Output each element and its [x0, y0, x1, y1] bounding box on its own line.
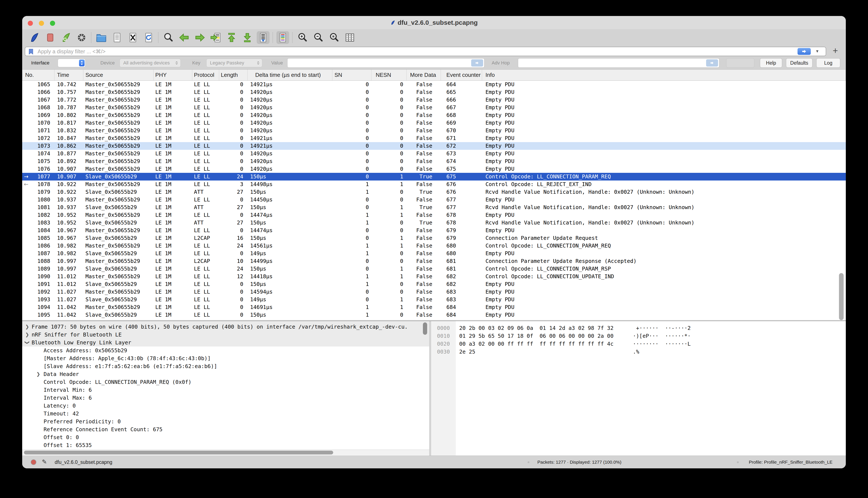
detail-tree-item[interactable]: ❯Frame 1077: 50 bytes on wire (400 bits)…	[22, 323, 429, 331]
packet-row[interactable]: 107110.832Master_0x50655b29LE 1MLE LL014…	[22, 127, 846, 134]
collapsed-chevron-icon[interactable]: ❯	[25, 323, 29, 331]
detail-tree-item[interactable]: ❯Bluetooth Low Energy Link Layer	[22, 339, 429, 346]
defaults-button[interactable]: Defaults	[786, 58, 813, 68]
extcap-blank-button[interactable]	[726, 58, 754, 68]
adv-hop-input[interactable]	[518, 58, 719, 68]
packet-list-scrollbar-thumb[interactable]	[839, 273, 844, 320]
capture-options-button[interactable]	[75, 31, 88, 44]
go-to-packet-button[interactable]	[209, 31, 222, 44]
hex-line[interactable]: 001001 29 5b 65 50 17 18 0f 06 00 06 00 …	[431, 332, 846, 340]
column-header-sn[interactable]: SN	[332, 69, 371, 80]
auto-scroll-button[interactable]	[257, 31, 270, 44]
packet-row[interactable]: 108010.937Master_0x50655b29LE 1MLE LL014…	[22, 196, 846, 204]
packet-row[interactable]: 106610.757Master_0x50655b29LE 1MLE LL014…	[22, 88, 846, 96]
value-input[interactable]	[287, 58, 484, 68]
detail-tree-item[interactable]: Latency: 0	[22, 402, 429, 410]
packet-row[interactable]: 106710.772Master_0x50655b29LE 1MLE LL014…	[22, 96, 846, 104]
packet-row[interactable]: 108110.937Slave_0x50655b29LE 1MATT27150µ…	[22, 204, 846, 211]
packet-row[interactable]: 109311.027Slave_0x50655b29LE 1MLE LL0149…	[22, 296, 846, 303]
filter-expression-caret-icon[interactable]: ▾	[816, 49, 818, 54]
column-header-length[interactable]: Length	[219, 69, 247, 80]
filter-bookmark-icon[interactable]	[28, 49, 34, 55]
packet-row[interactable]: 1078←10.922Master_0x50655b29LE 1MLE LL31…	[22, 181, 846, 188]
reload-file-button[interactable]	[142, 31, 155, 44]
hex-line[interactable]: 00302e 25.%	[431, 348, 846, 356]
zoom-in-button[interactable]	[296, 31, 309, 44]
expanded-chevron-icon[interactable]: ❯	[23, 341, 31, 344]
zoom-window-button[interactable]	[50, 21, 55, 26]
detail-tree-item[interactable]: Reference Connection Event Count: 675	[22, 425, 429, 433]
collapsed-chevron-icon[interactable]: ❯	[25, 331, 29, 339]
packet-row[interactable]: 109211.027Master_0x50655b29LE 1MLE LL014…	[22, 288, 846, 296]
interface-select[interactable]	[58, 59, 86, 67]
restart-capture-button[interactable]	[59, 31, 72, 44]
packet-row[interactable]: 107510.892Master_0x50655b29LE 1MLE LL014…	[22, 157, 846, 165]
packet-row[interactable]: 107310.862Master_0x50655b29LE 1MLE LL014…	[22, 142, 846, 150]
packet-row[interactable]: 108810.997Master_0x50655b29LE 1ML2CAP101…	[22, 257, 846, 265]
detail-hscrollbar[interactable]	[22, 449, 429, 455]
column-header-delta-time-s-end-to-start[interactable]: Delta time (µs end to start)	[247, 69, 332, 80]
packet-row[interactable]: 108910.997Slave_0x50655b29LE 1MLE LL2415…	[22, 265, 846, 273]
packet-row[interactable]: 109011.012Master_0x50655b29LE 1MLE LL121…	[22, 273, 846, 280]
help-button[interactable]: Help	[760, 58, 782, 68]
detail-tree-item[interactable]: Control Opcode: LL_CONNECTION_PARAM_REQ …	[22, 378, 429, 386]
detail-tree-item[interactable]: Interval Max: 6	[22, 394, 429, 402]
packet-row[interactable]: 109411.042Master_0x50655b29LE 1MLE LL014…	[22, 303, 846, 311]
close-window-button[interactable]	[28, 21, 33, 26]
detail-tree-item[interactable]: Access Address: 0x50655b29	[22, 346, 429, 354]
detail-tree-item[interactable]: Offset 0: 0	[22, 433, 429, 441]
start-capture-button[interactable]	[28, 31, 41, 44]
detail-tree-item[interactable]: [Slave Address: e1:7f:a5:62:ea:b6 (e1:7f…	[22, 362, 429, 370]
packet-row[interactable]: 107610.907Master_0x50655b29LE 1MLE LL014…	[22, 165, 846, 173]
packet-row[interactable]: 106910.802Master_0x50655b29LE 1MLE LL014…	[22, 112, 846, 119]
detail-tree-item[interactable]: Offset 1: 65535	[22, 441, 429, 449]
go-back-button[interactable]	[178, 31, 191, 44]
find-packet-button[interactable]	[162, 31, 175, 44]
capture-comment-icon[interactable]: ✎	[42, 458, 47, 466]
packet-row[interactable]: 107410.877Master_0x50655b29LE 1MLE LL014…	[22, 150, 846, 157]
expert-info-icon[interactable]	[31, 459, 36, 465]
packet-row[interactable]: 108210.952Master_0x50655b29LE 1MLE LL014…	[22, 211, 846, 219]
detail-tree-item[interactable]: ❯Data Header	[22, 370, 429, 378]
hex-line[interactable]: 002000 a3 02 00 00 ff ff ff ff ff ff ff …	[431, 340, 846, 348]
minimize-window-button[interactable]	[39, 21, 44, 26]
zoom-reset-button[interactable]	[328, 31, 341, 44]
packet-row[interactable]: 1077→10.907Slave_0x50655b29LE 1MLE LL241…	[22, 173, 846, 181]
go-to-bottom-button[interactable]	[241, 31, 254, 44]
packet-row[interactable]: 106810.787Master_0x50655b29LE 1MLE LL014…	[22, 104, 846, 112]
packet-row[interactable]: 108410.967Master_0x50655b29LE 1MLE LL014…	[22, 226, 846, 234]
detail-tree-item[interactable]: [Master Address: Apple_6c:43:0b (78:4f:4…	[22, 354, 429, 362]
column-header-phy[interactable]: PHY	[154, 69, 192, 80]
packet-row[interactable]: 108510.967Slave_0x50655b29LE 1ML2CAP1615…	[22, 234, 846, 242]
packet-row[interactable]: 108710.982Slave_0x50655b29LE 1MLE LL0149…	[22, 250, 846, 257]
key-select[interactable]: Legacy Passkey	[206, 59, 262, 67]
device-select[interactable]: All advertising devices	[119, 59, 181, 67]
stop-capture-button[interactable]	[43, 31, 56, 44]
zoom-out-button[interactable]	[312, 31, 325, 44]
packet-row[interactable]: 107210.847Master_0x50655b29LE 1MLE LL014…	[22, 134, 846, 142]
packet-row[interactable]: 107010.817Master_0x50655b29LE 1MLE LL014…	[22, 119, 846, 127]
collapsed-chevron-icon[interactable]: ❯	[36, 370, 40, 378]
log-button[interactable]: Log	[816, 58, 840, 68]
close-file-button[interactable]	[126, 31, 139, 44]
detail-tree-item[interactable]: ❯nRF Sniffer for Bluetooth LE	[22, 331, 429, 339]
detail-vscrollbar-thumb[interactable]	[423, 323, 427, 335]
packet-row[interactable]: 106510.742Master_0x50655b29LE 1MLE LL014…	[22, 81, 846, 88]
packet-row[interactable]: 108610.982Master_0x50655b29LE 1MLE LL241…	[22, 242, 846, 250]
go-to-top-button[interactable]	[225, 31, 238, 44]
packet-row[interactable]: 109111.012Slave_0x50655b29LE 1MLE LL0150…	[22, 280, 846, 288]
display-filter-input[interactable]: Apply a display filter ... <⌘/> ▾	[25, 47, 826, 56]
interface-stepper-icon[interactable]	[79, 60, 85, 66]
hex-line[interactable]: 000020 2b 00 03 02 09 06 0a 01 14 2d a3 …	[431, 324, 846, 332]
apply-filter-button[interactable]	[797, 48, 811, 55]
value-apply-icon[interactable]	[471, 59, 483, 67]
resize-columns-button[interactable]	[343, 31, 356, 44]
add-filter-button[interactable]: +	[830, 46, 841, 56]
detail-hscrollbar-thumb[interactable]	[24, 451, 333, 455]
packet-row[interactable]: 107910.922Slave_0x50655b29LE 1MATT27150µ…	[22, 188, 846, 196]
column-header-nesn[interactable]: NESN	[371, 69, 407, 80]
pane-splitter[interactable]	[429, 321, 431, 456]
detail-tree-item[interactable]: Preferred Periodicity: 0	[22, 418, 429, 425]
detail-tree-item[interactable]: Interval Min: 6	[22, 386, 429, 394]
column-header-event-counter[interactable]: Event counter	[441, 69, 482, 80]
